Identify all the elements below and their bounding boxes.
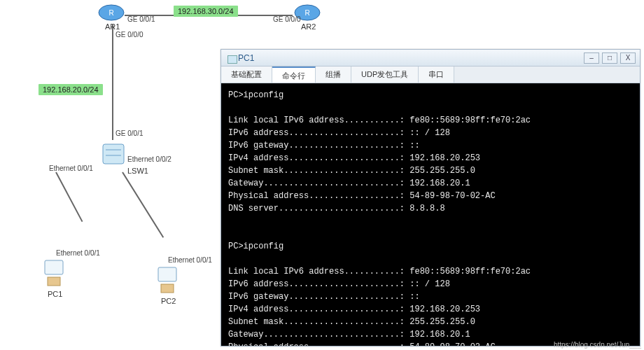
window-title: PC1 <box>238 53 254 63</box>
pc1-port-up: Ethernet 0/0/1 <box>56 249 100 257</box>
pc2-port-up: Ethernet 0/0/1 <box>168 256 212 264</box>
device-pc1[interactable] <box>42 259 67 288</box>
tab-cli[interactable]: 命令行 <box>272 66 316 83</box>
lsw1-port-up: GE 0/0/1 <box>115 130 143 137</box>
svg-rect-10 <box>161 284 174 293</box>
pc1-terminal-window: PC1 – □ X 基础配置 命令行 组播 UDP发包工具 串口 PC>ipco… <box>220 49 640 346</box>
svg-rect-4 <box>103 144 124 164</box>
switch-lsw1[interactable] <box>102 140 125 168</box>
tab-bar: 基础配置 命令行 组播 UDP发包工具 串口 <box>221 66 640 83</box>
ar1-port-right: GE 0/0/1 <box>127 15 155 23</box>
link-lsw1-pc1 <box>55 172 83 223</box>
tab-udp-tool[interactable]: UDP发包工具 <box>351 66 419 83</box>
svg-rect-8 <box>48 277 60 286</box>
subnet-label-top: 192.168.30.0/24 <box>174 6 238 17</box>
ar2-port-left: GE 0/0/0 <box>273 15 300 23</box>
close-button[interactable]: X <box>620 52 636 64</box>
router-ar1[interactable]: R <box>98 4 125 22</box>
ar1-label: AR1 <box>105 22 120 31</box>
topology-canvas[interactable]: 192.168.30.0/24 192.168.20.0/24 R AR1 GE… <box>0 0 644 350</box>
lsw1-label: LSW1 <box>127 167 148 175</box>
titlebar[interactable]: PC1 – □ X <box>221 50 640 66</box>
svg-text:R: R <box>304 9 309 17</box>
tab-serial[interactable]: 串口 <box>419 66 454 83</box>
device-pc2[interactable] <box>155 266 181 295</box>
pc1-label: PC1 <box>48 290 62 298</box>
pc-icon <box>225 53 238 63</box>
ar1-port-down: GE 0/0/0 <box>115 31 143 38</box>
watermark: https://blog.csdn.net/Jun___ <box>554 341 641 349</box>
svg-text:R: R <box>108 9 113 17</box>
minimize-button[interactable]: – <box>584 52 599 64</box>
lsw1-port-left: Ethernet 0/0/1 <box>49 164 93 172</box>
subnet-label-left: 192.168.20.0/24 <box>38 84 103 95</box>
link-ar1-lsw1 <box>112 24 113 140</box>
tab-multicast[interactable]: 组播 <box>316 66 351 83</box>
svg-rect-9 <box>158 267 176 281</box>
maximize-button[interactable]: □ <box>602 52 617 64</box>
ar2-label: AR2 <box>301 22 316 31</box>
tab-basic-config[interactable]: 基础配置 <box>221 66 272 83</box>
svg-rect-7 <box>45 260 63 274</box>
pc2-label: PC2 <box>161 297 176 305</box>
link-lsw1-pc2 <box>122 172 164 237</box>
terminal-output[interactable]: PC>ipconfig Link local IPv6 address.....… <box>221 83 640 346</box>
lsw1-port-right: Ethernet 0/0/2 <box>127 155 172 163</box>
